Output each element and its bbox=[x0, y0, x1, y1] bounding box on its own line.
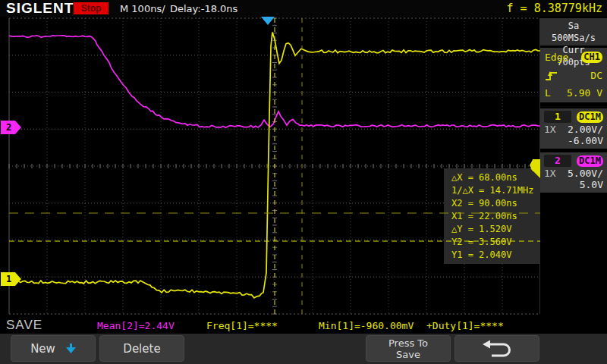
cursor-x2: X2 = 90.00ns bbox=[451, 197, 540, 210]
press-to-save-line1: Press To bbox=[388, 337, 428, 349]
timebase-readout: M 100ns/ bbox=[120, 3, 165, 14]
channel-1-attenuation: 1X bbox=[544, 124, 556, 135]
cursor-delta-y: △Y = 1.520V bbox=[451, 223, 540, 236]
cursor-readout-box: △X = 68.00ns 1/△X = 14.71MHz X2 = 90.00n… bbox=[444, 168, 540, 264]
cursor-delta-x: △X = 68.00ns bbox=[451, 171, 540, 184]
channel-2-offset: 5.0V bbox=[580, 179, 603, 190]
cursor-y2: Y2 = 3.560V bbox=[451, 236, 540, 249]
cursor-y1: Y1 = 2.040V bbox=[451, 249, 540, 262]
delete-button[interactable]: Delete bbox=[99, 335, 184, 362]
channel-1-offset: -6.00V bbox=[568, 135, 603, 146]
channel-1-id: 1 bbox=[544, 111, 571, 123]
new-button-label: New bbox=[30, 342, 55, 356]
run-state-badge: Stop bbox=[74, 2, 109, 14]
waveform-display bbox=[0, 17, 540, 317]
status-measurement-0: Mean[2]=2.44V bbox=[97, 320, 175, 331]
sidebar: Sa 500MSa/s Curr 700pts Edge CH1 DC L 5.… bbox=[540, 17, 607, 334]
channel-2-id: 2 bbox=[544, 155, 571, 167]
trigger-type: Edge bbox=[545, 52, 568, 63]
brand-logo: SIGLENT bbox=[6, 0, 74, 17]
status-measurement-3: +Duty[1]=**** bbox=[426, 320, 504, 331]
softkey-bar: New Delete Press To Save bbox=[0, 334, 607, 364]
channel-2-panel[interactable]: 2 DC1M 1X 5.00V/ 5.0V bbox=[540, 152, 607, 193]
channel-2-attenuation: 1X bbox=[544, 168, 556, 179]
trigger-level-prefix: L bbox=[545, 87, 551, 99]
acquisition-info-panel: Sa 500MSa/s Curr 700pts bbox=[540, 18, 607, 46]
trigger-info-panel[interactable]: Edge CH1 DC L 5.90 V bbox=[540, 48, 607, 102]
trigger-source-badge: CH1 bbox=[581, 52, 602, 63]
channel-2-coupling-badge: DC1M bbox=[577, 155, 603, 167]
return-button[interactable] bbox=[454, 335, 539, 362]
cursor-inv-delta-x: 1/△X = 14.71MHz bbox=[451, 184, 540, 197]
rising-edge-icon bbox=[545, 70, 560, 81]
trigger-coupling: DC bbox=[590, 70, 602, 81]
top-status-bar: SIGLENT Stop M 100ns/ Delay:-18.0ns f = … bbox=[0, 0, 607, 17]
trigger-delay-readout: Delay:-18.0ns bbox=[170, 3, 237, 14]
frequency-counter-readout: f = 8.38779kHz bbox=[507, 2, 602, 15]
status-bar: SAVE Mean[2]=2.44V Freq[1]=**** Min[1]=-… bbox=[0, 317, 607, 334]
press-to-save-button[interactable]: Press To Save bbox=[366, 335, 451, 362]
ch2-waveform-trace bbox=[9, 36, 540, 128]
status-measurement-1: Freq[1]=**** bbox=[206, 320, 278, 331]
dropdown-arrow-icon bbox=[66, 344, 76, 354]
return-arrow-icon bbox=[480, 339, 514, 359]
trigger-level-value: 5.90 V bbox=[567, 87, 602, 99]
channel-1-volts-div: 2.00V/ bbox=[568, 124, 603, 135]
new-button[interactable]: New bbox=[11, 335, 96, 362]
press-to-save-line2: Save bbox=[396, 349, 420, 360]
menu-title: SAVE bbox=[6, 318, 42, 333]
delete-button-label: Delete bbox=[123, 342, 160, 356]
channel-1-panel[interactable]: 1 DC1M 1X 2.00V/ -6.00V bbox=[540, 108, 607, 149]
sample-rate: Sa 500MSa/s bbox=[544, 20, 603, 44]
cursor-x1: X1 = 22.00ns bbox=[451, 210, 540, 223]
channel-2-volts-div: 5.00V/ bbox=[568, 168, 603, 179]
status-measurement-2: Min[1]=-960.00mV bbox=[319, 320, 414, 331]
channel-1-coupling-badge: DC1M bbox=[577, 111, 603, 123]
oscilloscope-screen: SIGLENT Stop M 100ns/ Delay:-18.0ns f = … bbox=[0, 0, 607, 364]
